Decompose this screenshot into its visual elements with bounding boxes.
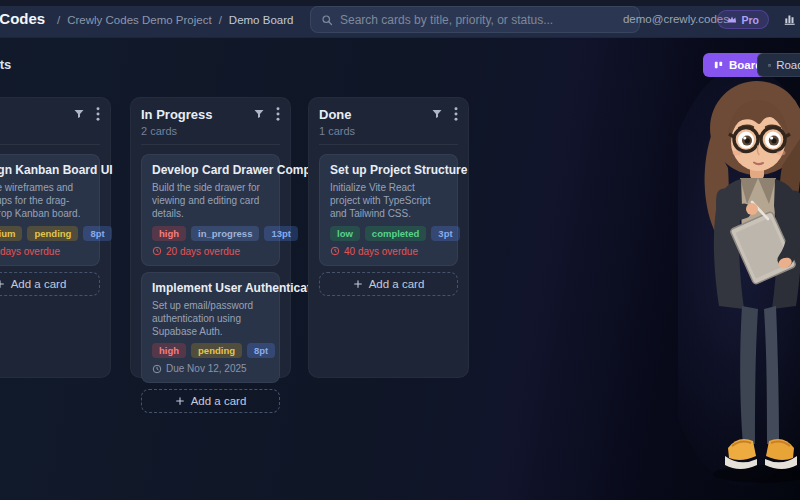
add-card-label: Add a card [191, 395, 247, 407]
search-icon [321, 14, 333, 26]
column-menu-button[interactable] [96, 107, 100, 121]
filter-button[interactable] [73, 108, 85, 120]
column-divider [141, 144, 280, 145]
column-menu-button[interactable] [454, 107, 458, 121]
add-card-button[interactable]: Add a card [141, 389, 280, 413]
card-due-meta: 40 days overdue [330, 246, 447, 257]
breadcrumb-project[interactable]: Crewly Codes Demo Project [67, 14, 211, 26]
filter-icon [253, 108, 265, 120]
clock-icon [152, 246, 162, 256]
app-header: Crewly Codes / Crewly Codes Demo Project… [0, 0, 800, 38]
card-description: Set up email/password authentication usi… [152, 299, 269, 339]
analytics-button[interactable] [783, 12, 797, 30]
add-card-label: Add a card [369, 278, 425, 290]
card-due-meta: 20 days overdue [152, 246, 269, 257]
user-email: demo@crewly.codes [623, 13, 729, 25]
column-card-count: 1 cards [0, 125, 100, 137]
card-description: Build the side drawer for viewing and ed… [152, 181, 269, 221]
card-title: Set up Project Structure [330, 163, 447, 177]
priority-tag: high [152, 343, 186, 358]
projects-heading: Projects [0, 57, 11, 72]
plus-icon [175, 396, 185, 406]
kanban-icon [713, 60, 724, 71]
add-card-label: Add a card [11, 278, 67, 290]
points-tag: 8pt [83, 226, 111, 241]
card-description: Create wireframes and mockups for the dr… [0, 181, 89, 221]
more-vertical-icon [454, 107, 458, 121]
character-illustration [678, 76, 800, 500]
crown-icon [727, 15, 737, 24]
column-title: In Progress [141, 107, 213, 122]
add-card-button[interactable]: Add a card [0, 272, 100, 296]
points-tag: 13pt [264, 226, 298, 241]
priority-tag: medium [0, 226, 22, 241]
status-tag: completed [365, 226, 427, 241]
filter-button[interactable] [253, 108, 265, 120]
card-due-text: 30 days overdue [0, 246, 60, 257]
column-done: Done 1 cards Set up Project Structure In… [308, 97, 469, 378]
search-input[interactable] [340, 13, 629, 27]
card-implement-user-auth[interactable]: Implement User Authentication Set up ema… [141, 272, 280, 384]
column-in-progress: In Progress 2 cards Develop Card Drawer … [130, 97, 291, 378]
column-todo: To Do 1 cards Design Kanban Board UI Cre… [0, 97, 111, 378]
clock-icon [330, 246, 340, 256]
column-menu-button[interactable] [276, 107, 280, 121]
pro-badge-label: Pro [741, 14, 759, 26]
card-due-text: 40 days overdue [344, 246, 418, 257]
filter-icon [73, 108, 85, 120]
card-description: Initialize Vite React project with TypeS… [330, 181, 447, 221]
points-tag: 8pt [247, 343, 275, 358]
points-tag: 3pt [431, 226, 459, 241]
card-design-kanban-board-ui[interactable]: Design Kanban Board UI Create wireframes… [0, 154, 100, 266]
column-divider [319, 144, 458, 145]
column-title: Done [319, 107, 352, 122]
card-develop-card-drawer[interactable]: Develop Card Drawer Component Build the … [141, 154, 280, 266]
more-vertical-icon [276, 107, 280, 121]
breadcrumb-separator: / [219, 14, 222, 26]
more-vertical-icon [96, 107, 100, 121]
card-setup-project-structure[interactable]: Set up Project Structure Initialize Vite… [319, 154, 458, 266]
column-card-count: 2 cards [141, 125, 280, 137]
card-due-meta: 30 days overdue [0, 246, 89, 257]
card-title: Design Kanban Board UI [0, 163, 89, 177]
card-due-meta: Due Nov 12, 2025 [152, 363, 269, 374]
calendar-icon [768, 60, 771, 71]
bar-chart-icon [783, 12, 797, 26]
status-tag: pending [27, 226, 78, 241]
card-due-text: Due Nov 12, 2025 [166, 363, 247, 374]
add-card-button[interactable]: Add a card [319, 272, 458, 296]
breadcrumb: / Crewly Codes Demo Project / Demo Board [57, 14, 293, 26]
status-tag: pending [191, 343, 242, 358]
priority-tag: low [330, 226, 360, 241]
filter-button[interactable] [431, 108, 443, 120]
roadmap-button-label: Roadmap [776, 59, 800, 71]
card-due-text: 20 days overdue [166, 246, 240, 257]
filter-icon [431, 108, 443, 120]
search-bar[interactable] [310, 6, 640, 33]
priority-tag: high [152, 226, 186, 241]
card-title: Develop Card Drawer Component [152, 163, 269, 177]
column-card-count: 1 cards [319, 125, 458, 137]
breadcrumb-board[interactable]: Demo Board [229, 14, 294, 26]
view-toggle-roadmap[interactable]: Roadmap [757, 53, 800, 77]
breadcrumb-separator: / [57, 14, 60, 26]
card-title: Implement User Authentication [152, 281, 269, 295]
pro-badge[interactable]: Pro [717, 10, 769, 29]
plus-icon [353, 279, 363, 289]
column-divider [0, 144, 100, 145]
plus-icon [0, 279, 5, 289]
app-logo: Crewly Codes [0, 10, 45, 27]
status-tag: in_progress [191, 226, 259, 241]
clock-icon [152, 364, 162, 374]
